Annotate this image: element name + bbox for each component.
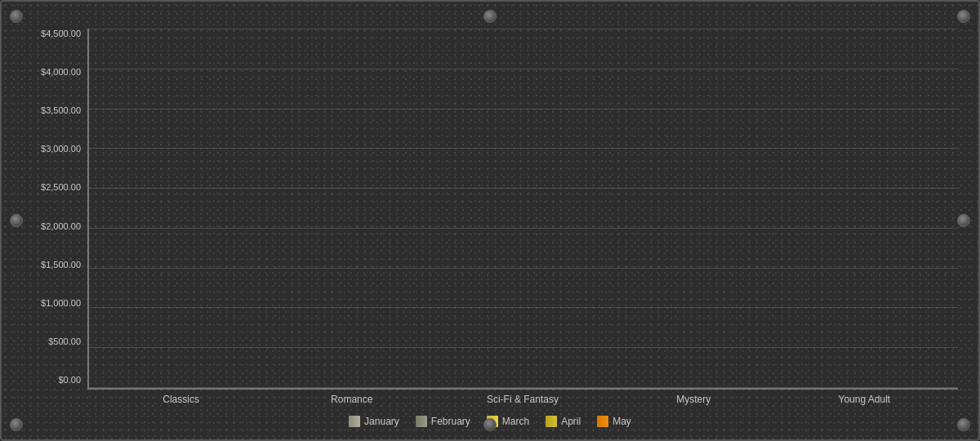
bars-area (89, 29, 958, 388)
legend-color-apr (546, 416, 557, 427)
legend-color-feb (416, 416, 427, 427)
screw-top-mid (483, 10, 497, 23)
screw-top-right (957, 10, 970, 23)
legend-item-apr: April (546, 416, 581, 427)
legend-item-jan: January (349, 416, 399, 427)
screw-top-left (10, 10, 23, 23)
legend-label-mar: March (502, 416, 529, 427)
y-axis-label: $500.00 (22, 336, 81, 346)
y-axis-label: $3,000.00 (22, 144, 81, 154)
x-axis-label: Mystery (644, 394, 742, 405)
screw-bottom-right (957, 418, 970, 431)
y-axis-label: $2,500.00 (22, 182, 81, 192)
x-axis-label: Young Adult (815, 394, 913, 405)
y-axis-label: $4,000.00 (22, 67, 81, 77)
screw-bottom-left (10, 418, 23, 431)
legend-label-apr: April (561, 416, 581, 427)
legend-color-may (597, 416, 608, 427)
y-axis-label: $4,500.00 (22, 29, 81, 38)
y-axis-label: $1,500.00 (22, 260, 81, 270)
chart-container: $0.00$500.00$1,000.00$1,500.00$2,000.00$… (0, 0, 980, 441)
screw-mid-right (957, 214, 970, 227)
y-axis: $0.00$500.00$1,000.00$1,500.00$2,000.00$… (22, 29, 87, 405)
chart-plot: ClassicsRomanceSci-Fi & FantasyMysteryYo… (87, 29, 958, 405)
x-labels: ClassicsRomanceSci-Fi & FantasyMysteryYo… (87, 390, 958, 405)
chart-body: $0.00$500.00$1,000.00$1,500.00$2,000.00$… (22, 29, 958, 409)
y-axis-label: $2,000.00 (22, 221, 81, 231)
x-axis-label: Sci-Fi & Fantasy (474, 394, 572, 405)
screw-bottom-mid (483, 418, 497, 431)
legend-label-jan: January (364, 416, 399, 427)
legend-item-feb: February (416, 416, 470, 427)
chart-inner: $0.00$500.00$1,000.00$1,500.00$2,000.00$… (2, 2, 978, 439)
y-axis-label: $0.00 (22, 375, 81, 385)
legend-item-may: May (597, 416, 631, 427)
legend-color-jan (349, 416, 360, 427)
legend-label-may: May (612, 416, 631, 427)
legend-label-feb: February (431, 416, 470, 427)
screw-mid-left (10, 214, 23, 227)
y-axis-label: $1,000.00 (22, 298, 81, 308)
plot-area (87, 29, 958, 390)
x-axis-label: Romance (303, 394, 401, 405)
y-axis-label: $3,500.00 (22, 105, 81, 115)
x-axis-label: Classics (132, 394, 230, 405)
